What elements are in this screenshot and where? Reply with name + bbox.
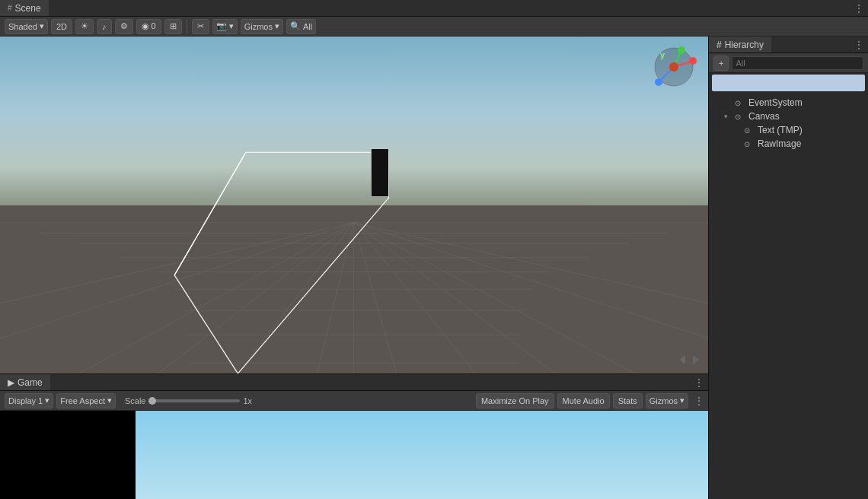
hierarchy-tab-label: Hierarchy bbox=[725, 40, 764, 50]
game-gizmos-label: Gizmos bbox=[649, 396, 678, 405]
aspect-arrow-icon: ▾ bbox=[107, 396, 112, 405]
svg-line-15 bbox=[353, 223, 475, 373]
lighting-icon: ☀ bbox=[81, 21, 88, 31]
game-tab-label: Game bbox=[18, 377, 43, 388]
hierarchy-toolbar: + bbox=[709, 53, 868, 73]
svg-marker-34 bbox=[693, 355, 699, 364]
camera-arrow-icon: ▾ bbox=[229, 21, 234, 31]
scene-tab[interactable]: # Scene bbox=[0, 0, 49, 16]
gizmo-widget: y bbox=[651, 44, 697, 90]
shading-label: Shaded bbox=[8, 22, 37, 31]
hierarchy-item-text-tmp[interactable]: ⊙ Text (TMP) bbox=[709, 123, 868, 137]
game-gizmos-dropdown[interactable]: Gizmos ▾ bbox=[646, 393, 688, 408]
hierarchy-tab-icon: # bbox=[716, 40, 722, 50]
all-label: All bbox=[303, 22, 312, 31]
gizmos-dropdown[interactable]: Gizmos ▾ bbox=[241, 19, 283, 34]
svg-line-19 bbox=[353, 223, 708, 304]
mute-audio-btn[interactable]: Mute Audio bbox=[557, 393, 610, 408]
tools-icon: ✂ bbox=[197, 21, 204, 31]
scene-svg bbox=[0, 37, 708, 373]
svg-point-31 bbox=[678, 46, 685, 54]
eventsystem-icon: ⊙ bbox=[735, 99, 745, 107]
game-blue-area bbox=[136, 411, 708, 499]
game-tab-menu-btn[interactable]: ⋮ bbox=[694, 377, 708, 388]
shading-dropdown[interactable]: Shaded ▾ bbox=[5, 19, 48, 34]
svg-line-14 bbox=[353, 223, 396, 373]
svg-line-20 bbox=[0, 223, 353, 338]
hierarchy-tab-bar: # Hierarchy ⋮ bbox=[709, 37, 868, 53]
all-dropdown[interactable]: 🔍 All bbox=[286, 19, 316, 34]
svg-rect-24 bbox=[371, 149, 388, 197]
game-tab-icon: ▶ bbox=[8, 377, 14, 388]
game-gizmos-arrow-icon: ▾ bbox=[680, 396, 685, 405]
scene-tab-menu-btn[interactable]: ⋮ bbox=[854, 3, 868, 14]
svg-line-22 bbox=[174, 275, 238, 373]
scene-extra2-btn[interactable]: ⊞ bbox=[164, 19, 182, 34]
svg-marker-33 bbox=[679, 355, 685, 364]
display-dropdown[interactable]: Display 1 ▾ bbox=[5, 393, 53, 408]
svg-line-23 bbox=[174, 152, 246, 275]
hierarchy-selected-item[interactable] bbox=[712, 75, 865, 91]
gizmos-arrow-icon: ▾ bbox=[275, 21, 279, 31]
nav-hint bbox=[678, 354, 700, 367]
effects-icon: ⚙ bbox=[120, 21, 128, 31]
scene-extra1-btn[interactable]: ◉ 0 bbox=[136, 19, 161, 34]
hierarchy-search-input[interactable] bbox=[732, 56, 863, 70]
game-tab[interactable]: ▶ Game bbox=[0, 374, 50, 390]
nav-arrows-icon bbox=[678, 354, 700, 366]
scene-viewport[interactable]: y bbox=[0, 37, 708, 373]
main-area: y bbox=[0, 37, 868, 499]
text-tmp-label: Text (TMP) bbox=[758, 125, 803, 135]
scale-slider[interactable] bbox=[148, 399, 240, 402]
maximize-on-play-btn[interactable]: Maximize On Play bbox=[476, 393, 554, 408]
game-panel: ▶ Game ⋮ Display 1 ▾ Free Aspect ▾ Scale… bbox=[0, 373, 708, 499]
scene-tab-label: Scene bbox=[15, 3, 41, 14]
mode-2d-btn[interactable]: 2D bbox=[51, 19, 72, 34]
stats-btn[interactable]: Stats bbox=[613, 393, 643, 408]
scene-tools-btn[interactable]: ✂ bbox=[192, 19, 209, 34]
gizmos-label: Gizmos bbox=[244, 22, 273, 31]
scene-panel: y bbox=[0, 37, 708, 499]
svg-line-10 bbox=[158, 223, 353, 373]
scene-toolbar: Shaded ▾ 2D ☀ ♪ ⚙ ◉ 0 ⊞ ✂ 📷 ▾ Gizmos ▾ 🔍… bbox=[0, 17, 868, 37]
hierarchy-tab[interactable]: # Hierarchy bbox=[709, 37, 771, 52]
game-toolbar-menu-btn[interactable]: ⋮ bbox=[694, 396, 704, 406]
audio-icon: ♪ bbox=[102, 22, 107, 31]
search-icon: 🔍 bbox=[290, 21, 301, 31]
svg-line-9 bbox=[79, 223, 353, 373]
aspect-dropdown[interactable]: Free Aspect ▾ bbox=[56, 393, 116, 408]
aspect-label: Free Aspect bbox=[60, 396, 105, 405]
hierarchy-item-eventsystem[interactable]: ⊙ EventSystem bbox=[709, 96, 868, 110]
scene-tab-bar: # Scene ⋮ bbox=[0, 0, 868, 17]
hierarchy-item-rawimage[interactable]: ⊙ RawImage bbox=[709, 137, 868, 151]
hierarchy-tab-menu-btn[interactable]: ⋮ bbox=[854, 40, 868, 50]
svg-point-32 bbox=[669, 62, 678, 72]
shading-arrow-icon: ▾ bbox=[40, 21, 44, 31]
scale-value-label: 1x bbox=[243, 396, 252, 405]
display-arrow-icon: ▾ bbox=[45, 396, 49, 405]
effects-btn[interactable]: ⚙ bbox=[115, 19, 133, 34]
mode-2d-label: 2D bbox=[56, 22, 67, 31]
audio-btn[interactable]: ♪ bbox=[97, 19, 112, 34]
maximize-on-play-label: Maximize On Play bbox=[481, 396, 549, 405]
game-black-area bbox=[0, 411, 136, 499]
grid-icon: ⊞ bbox=[170, 21, 177, 31]
canvas-icon: ⊙ bbox=[735, 113, 745, 121]
svg-point-27 bbox=[655, 78, 662, 86]
lighting-btn[interactable]: ☀ bbox=[75, 19, 94, 34]
axis-y-label: y bbox=[660, 50, 665, 59]
hierarchy-add-btn[interactable]: + bbox=[713, 56, 729, 71]
eye-icon: ◉ 0 bbox=[142, 21, 156, 31]
scene-camera-dropdown[interactable]: 📷 ▾ bbox=[212, 19, 238, 34]
stats-label: Stats bbox=[618, 396, 637, 405]
hierarchy-item-canvas[interactable]: ▾ ⊙ Canvas bbox=[709, 110, 868, 123]
canvas-label: Canvas bbox=[748, 111, 780, 122]
game-tab-bar: ▶ Game ⋮ bbox=[0, 374, 708, 391]
rawimage-icon: ⊙ bbox=[744, 140, 755, 148]
plus-icon: + bbox=[719, 59, 723, 68]
game-viewport bbox=[0, 411, 708, 499]
eventsystem-label: EventSystem bbox=[748, 97, 803, 108]
scene-tab-icon: # bbox=[8, 4, 12, 12]
camera-icon: 📷 bbox=[216, 21, 227, 31]
canvas-arrow: ▾ bbox=[724, 113, 732, 120]
